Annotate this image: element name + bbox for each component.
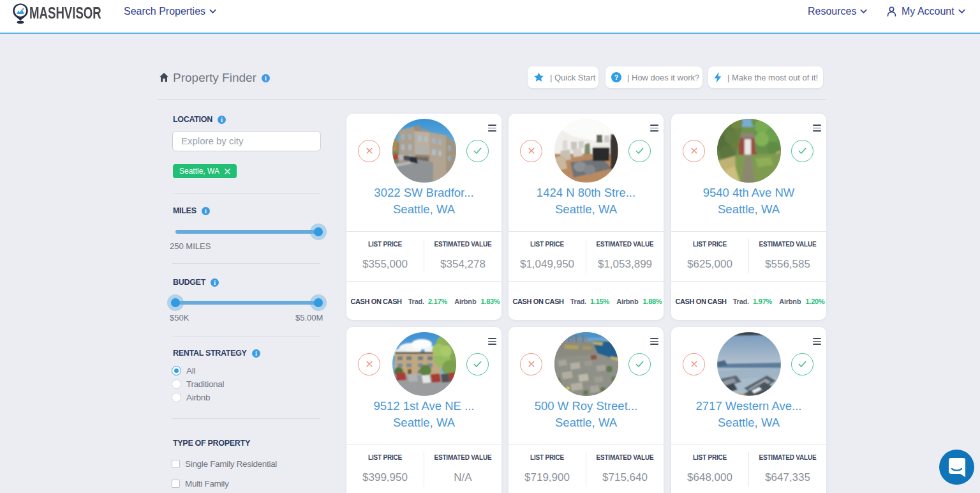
svg-text:?: ? (614, 73, 619, 81)
